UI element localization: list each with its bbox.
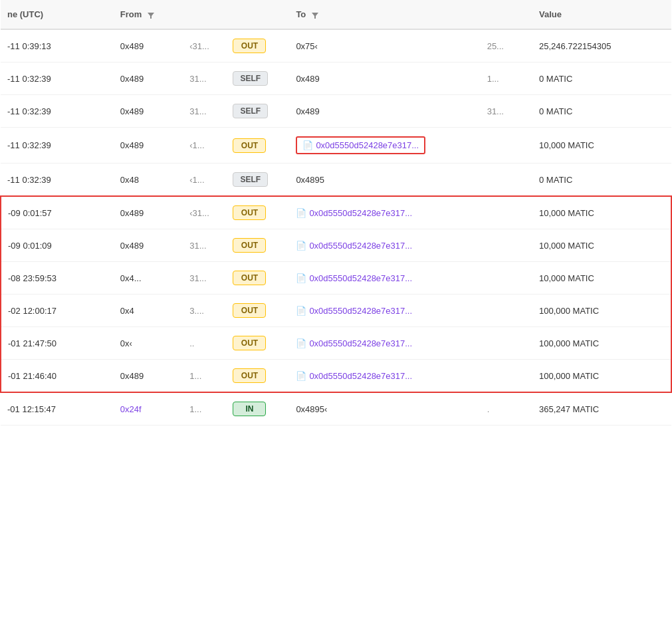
cell-value: 100,000 MATIC [532,360,671,393]
cell-badge: OUT [226,360,289,393]
cell-value: 0 MATIC [532,95,671,128]
cell-time: -11 0:32:39 [1,128,114,164]
cell-badge: OUT [226,229,289,262]
cell-badge: IN [226,392,289,426]
direction-badge: OUT [233,368,266,383]
to-filter-icon[interactable] [311,11,319,19]
table-row: -09 0:01:570x489‹31...OUT📄0x0d5550d52428… [1,196,671,229]
direction-badge: SELF [233,104,268,118]
cell-from-addr[interactable]: 0x4... [114,262,183,295]
cell-to-addr[interactable]: 0x4895‹ [289,392,480,426]
transactions-table: ne (UTC) From To Value -11 0:39:130x4 [0,0,672,426]
cell-to-addr[interactable]: 📄0x0d5550d52428e7e317... [289,262,480,295]
cell-from-addr2: 31... [183,262,226,295]
cell-to-addr2: 1... [481,62,532,95]
cell-to-addr2 [481,262,532,295]
cell-to-addr2: . [481,392,532,426]
cell-to-addr2: 25... [481,29,532,62]
cell-from-addr[interactable]: 0x‹ [114,327,183,360]
cell-to-addr2 [481,164,532,197]
cell-to-addr[interactable]: 📄0x0d5550d52428e7e317... [289,360,480,393]
cell-from-addr2: ‹1... [183,128,226,164]
cell-time: -08 23:59:53 [1,262,114,295]
col-header-to: To [289,0,480,29]
cell-from-addr[interactable]: 0x489 [114,62,183,95]
cell-to-addr[interactable]: 📄0x0d5550d52428e7e317... [289,128,480,164]
table-row: -11 0:32:390x489‹1...OUT📄0x0d5550d52428e… [1,128,671,164]
col-header-time: ne (UTC) [1,0,114,29]
cell-from-addr2: 31... [183,62,226,95]
cell-from-addr2: .. [183,327,226,360]
cell-value: 10,000 MATIC [532,229,671,262]
cell-from-addr2: ‹1... [183,164,226,197]
col-header-to2 [481,0,532,29]
cell-to-addr[interactable]: 0x4895 [289,164,480,197]
cell-from-addr[interactable]: 0x24f [114,392,183,426]
cell-to-addr[interactable]: 📄0x0d5550d52428e7e317... [289,327,480,360]
cell-from-addr[interactable]: 0x489 [114,229,183,262]
cell-from-addr2: ‹31... [183,196,226,229]
cell-from-addr[interactable]: 0x489 [114,29,183,62]
cell-to-addr2 [481,196,532,229]
cell-from-addr[interactable]: 0x489 [114,360,183,393]
table-row: -09 0:01:090x48931...OUT📄0x0d5550d52428e… [1,229,671,262]
from-address-link[interactable]: 0x24f [120,404,142,414]
to-address-link[interactable]: 0x0d5550d52428e7e317... [316,140,419,150]
cell-time: -11 0:32:39 [1,95,114,128]
direction-badge: OUT [233,336,266,350]
from-filter-icon[interactable] [147,11,155,19]
cell-to-addr[interactable]: 0x489 [289,62,480,95]
direction-badge: OUT [233,238,266,253]
cell-to-addr[interactable]: 0x75‹ [289,29,480,62]
cell-time: -02 12:00:17 [1,295,114,327]
cell-from-addr[interactable]: 0x489 [114,128,183,164]
cell-value: 100,000 MATIC [532,295,671,327]
cell-badge: SELF [226,62,289,95]
cell-from-addr[interactable]: 0x4 [114,295,183,327]
cell-to-addr2 [481,128,532,164]
cell-from-addr2: 31... [183,95,226,128]
cell-from-addr[interactable]: 0x48 [114,164,183,197]
to-address-link[interactable]: 0x0d5550d52428e7e317... [309,273,412,283]
contract-icon: 📄 [302,140,313,150]
cell-from-addr[interactable]: 0x489 [114,95,183,128]
cell-to-addr2 [481,327,532,360]
table-row: -08 23:59:530x4...31...OUT📄0x0d5550d5242… [1,262,671,295]
to-address-link[interactable]: 0x0d5550d52428e7e317... [309,306,412,316]
cell-to-addr[interactable]: 📄0x0d5550d52428e7e317... [289,295,480,327]
cell-badge: OUT [226,327,289,360]
to-address-link[interactable]: 0x0d5550d52428e7e317... [309,371,412,381]
contract-icon: 📄 [296,338,306,348]
contract-icon: 📄 [296,306,306,316]
table-header-row: ne (UTC) From To Value [1,0,671,29]
cell-from-addr2: ‹31... [183,29,226,62]
to-address-link[interactable]: 0x0d5550d52428e7e317... [309,208,412,218]
col-header-value: Value [532,0,671,29]
cell-value: 25,246.722154305 [532,29,671,62]
contract-icon: 📄 [296,273,306,283]
cell-time: -01 21:46:40 [1,360,114,393]
cell-badge: OUT [226,295,289,327]
col-header-from2 [183,0,226,29]
direction-badge: OUT [233,39,266,53]
cell-value: 10,000 MATIC [532,262,671,295]
direction-badge: IN [233,402,266,416]
table-row: -11 0:39:130x489‹31...OUT0x75‹25...25,24… [1,29,671,62]
direction-badge: OUT [233,271,266,285]
cell-badge: OUT [226,196,289,229]
cell-to-addr[interactable]: 📄0x0d5550d52428e7e317... [289,229,480,262]
table-row: -11 0:32:390x48931...SELF0x4891...0 MATI… [1,62,671,95]
direction-badge: OUT [233,303,266,318]
contract-icon: 📄 [296,208,306,218]
cell-from-addr[interactable]: 0x489 [114,196,183,229]
svg-marker-0 [148,13,154,19]
cell-time: -01 12:15:47 [1,392,114,426]
cell-to-addr2 [481,360,532,393]
cell-badge: OUT [226,29,289,62]
cell-from-addr2: 31... [183,229,226,262]
cell-to-addr[interactable]: 📄0x0d5550d52428e7e317... [289,196,480,229]
cell-to-addr[interactable]: 0x489 [289,95,480,128]
to-address-link[interactable]: 0x0d5550d52428e7e317... [309,241,412,251]
to-address-link[interactable]: 0x0d5550d52428e7e317... [309,338,412,348]
cell-value: 0 MATIC [532,164,671,197]
